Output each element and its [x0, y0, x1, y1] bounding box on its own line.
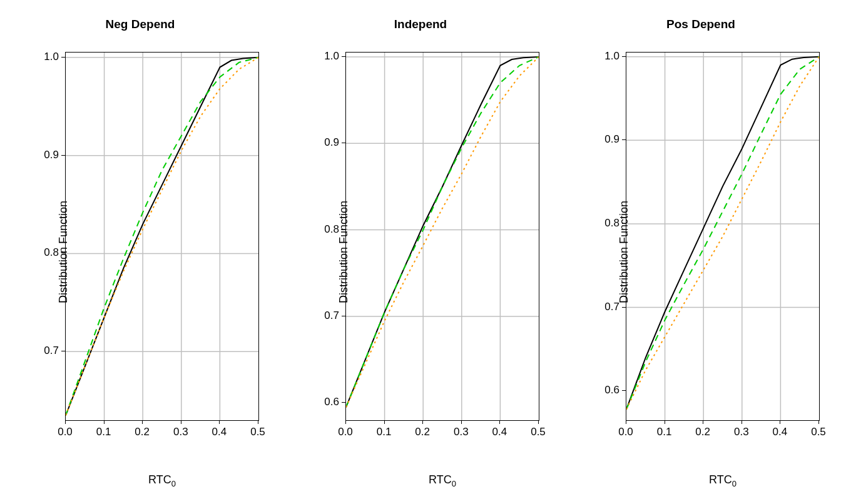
x-tick-label: 0.2 — [135, 426, 150, 438]
series-dot — [346, 57, 539, 407]
series-dash — [626, 57, 819, 410]
series-dash — [346, 57, 539, 407]
plot-svg-1 — [346, 53, 539, 420]
panel-title: Pos Depend — [566, 18, 835, 31]
x-tick-label: 0.2 — [415, 426, 430, 438]
y-tick-label: 0.9 — [604, 133, 619, 146]
x-tick-label: 0.4 — [212, 426, 227, 438]
y-tick-label: 0.7 — [324, 310, 339, 322]
x-tick-label: 0.0 — [618, 426, 633, 438]
x-tick-label: 0.4 — [773, 426, 788, 438]
x-tick-label: 0.4 — [492, 426, 507, 438]
y-tick-label: 0.9 — [44, 149, 59, 161]
y-tick-label: 0.6 — [324, 396, 339, 408]
x-tick-label: 0.1 — [96, 426, 111, 438]
y-tick-label: 0.6 — [604, 384, 619, 396]
panel-pos-depend: Pos Depend Distribution Function RTC0 0.… — [566, 8, 835, 496]
y-tick-label: 1.0 — [324, 50, 339, 63]
plot-area — [626, 52, 820, 421]
plot-svg-2 — [626, 53, 819, 420]
plot-area — [345, 52, 539, 421]
y-tick-label: 0.8 — [324, 223, 339, 236]
x-tick-label: 0.3 — [734, 426, 749, 438]
series-dot — [626, 57, 819, 410]
x-tick-label: 0.1 — [657, 426, 672, 438]
x-tick-label: 0.3 — [173, 426, 188, 438]
x-tick-label: 0.5 — [811, 426, 826, 438]
x-axis-label: RTC0 — [345, 473, 539, 488]
y-tick-label: 0.8 — [44, 246, 59, 259]
chart-grid: Neg Depend Distribution Function RTC0 0.… — [0, 0, 841, 504]
x-tick-label: 0.2 — [695, 426, 710, 438]
panel-independ: Independ Distribution Function RTC0 0.00… — [286, 8, 555, 496]
panel-neg-depend: Neg Depend Distribution Function RTC0 0.… — [6, 8, 275, 496]
x-tick-label: 0.5 — [531, 426, 546, 438]
y-tick-label: 1.0 — [604, 50, 619, 63]
series-solid — [626, 57, 819, 410]
panel-title: Neg Depend — [6, 18, 275, 31]
plot-area — [65, 52, 259, 421]
x-tick-label: 0.1 — [377, 426, 392, 438]
series-solid — [346, 57, 539, 407]
series-dash — [66, 58, 258, 415]
y-tick-label: 0.7 — [44, 345, 59, 357]
y-tick-label: 0.8 — [604, 217, 619, 229]
x-tick-label: 0.0 — [338, 426, 353, 438]
y-tick-label: 1.0 — [44, 51, 59, 63]
x-axis-label: RTC0 — [626, 473, 820, 488]
x-tick-label: 0.3 — [454, 426, 469, 438]
y-tick-label: 0.7 — [604, 301, 619, 313]
x-axis-label: RTC0 — [65, 473, 259, 488]
x-tick-label: 0.5 — [250, 426, 265, 438]
y-tick-label: 0.9 — [324, 136, 339, 149]
panel-title: Independ — [286, 18, 555, 31]
x-tick-label: 0.0 — [58, 426, 73, 438]
plot-svg-0 — [66, 53, 258, 420]
series-dot — [66, 58, 258, 415]
series-solid — [66, 58, 258, 415]
